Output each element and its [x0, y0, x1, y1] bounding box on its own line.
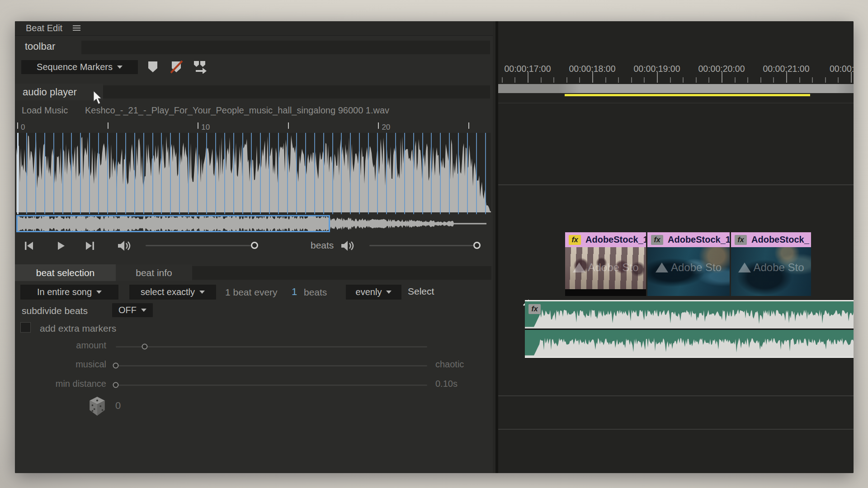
video-clip-1[interactable]: fx AdobeStock_1 Adobe Sto — [565, 232, 646, 296]
watermark-text: Adobe Sto — [753, 261, 804, 274]
musical-label: musical — [24, 359, 106, 370]
marker-target-dropdown[interactable]: Sequence Markers — [21, 60, 138, 74]
play-button[interactable] — [56, 241, 66, 251]
fx-badge[interactable]: fx — [651, 235, 663, 245]
distribution-dropdown[interactable]: evenly — [346, 285, 401, 300]
desktop-background: Beat Edit toolbar Sequence Markers — [0, 0, 868, 488]
amount-label: amount — [24, 340, 106, 351]
track-divider — [498, 103, 854, 103]
timeline-ruler[interactable] — [498, 71, 854, 83]
add-extra-markers-label: add extra markers — [40, 323, 116, 334]
clip-label: AdobeStock_17 — [668, 235, 730, 245]
overview-view-box[interactable] — [16, 215, 330, 232]
tab-beat-info-label: beat info — [116, 267, 192, 278]
video-clip-3[interactable]: fx AdobeStock_ Adobe Sto — [731, 232, 811, 296]
skip-to-end-button[interactable] — [85, 241, 95, 251]
adobe-stock-watermark-logo — [656, 263, 668, 272]
pattern-text-before: 1 beat every — [225, 287, 278, 298]
panel-titlebar: Beat Edit — [15, 21, 493, 36]
min-distance-knob[interactable] — [113, 382, 119, 388]
randomize-dice-icon[interactable] — [89, 397, 106, 416]
skip-to-start-button[interactable] — [24, 241, 34, 251]
music-volume-slider[interactable] — [146, 245, 258, 246]
waveform-time-ruler: 01020 — [16, 122, 491, 133]
beats-volume-knob[interactable] — [473, 242, 481, 249]
clip-label: AdobeStock_ — [751, 235, 809, 245]
min-distance-slider[interactable] — [116, 385, 427, 386]
adobe-stock-watermark-logo — [572, 263, 585, 272]
track-divider — [498, 395, 854, 396]
clip-header: fx AdobeStock_ — [731, 232, 811, 247]
tab-beat-selection[interactable]: beat selection — [15, 264, 116, 281]
premiere-timeline: 00:00:17:00 00:00:18:00 00:00:19:00 00:0… — [495, 21, 854, 473]
marker-target-value: Sequence Markers — [37, 62, 113, 72]
mouse-cursor — [91, 90, 104, 105]
subdivide-value: OFF — [118, 305, 137, 315]
beats-volume-label: beats — [311, 240, 334, 251]
beat-edit-panel: Beat Edit toolbar Sequence Markers — [15, 21, 493, 473]
track-divider — [498, 429, 854, 430]
music-volume-knob[interactable] — [251, 242, 258, 249]
scope-value: In entire song — [37, 287, 92, 297]
distribution-value: evenly — [356, 287, 382, 297]
musical-knob[interactable] — [113, 363, 119, 369]
audio-player-section-strip — [103, 85, 490, 99]
tabs-strip — [192, 266, 491, 280]
track-divider — [498, 184, 854, 185]
random-count-value: 0 — [115, 400, 121, 412]
chevron-down-icon — [386, 291, 392, 294]
tab-beat-info[interactable]: beat info — [116, 264, 192, 281]
amount-slider[interactable] — [116, 346, 427, 347]
tab-beat-selection-label: beat selection — [15, 267, 116, 278]
musical-max-label: chaotic — [435, 359, 464, 370]
audio-clip[interactable]: fx — [525, 300, 854, 358]
min-distance-label: min distance — [24, 379, 106, 389]
adobe-stock-watermark-logo — [738, 263, 750, 272]
beats-volume-speaker-icon[interactable] — [340, 240, 355, 251]
selected-range-bar — [565, 94, 810, 96]
amount-knob[interactable] — [142, 344, 148, 350]
clip-thumbnail: Adobe Sto — [731, 247, 811, 296]
clip-thumbnail: Adobe Sto — [565, 247, 646, 296]
video-clip-2[interactable]: fx AdobeStock_17 Adobe Sto — [647, 232, 730, 296]
clip-label: AdobeStock_1 — [585, 235, 646, 245]
chevron-down-icon — [117, 66, 123, 69]
scope-dropdown[interactable]: In entire song — [20, 285, 118, 300]
watermark-text: Adobe Sto — [588, 261, 638, 274]
load-music-button[interactable]: Load Music — [22, 105, 68, 116]
panel-title: Beat Edit — [26, 23, 62, 33]
chevron-down-icon — [141, 309, 146, 312]
beats-volume-slider[interactable] — [369, 245, 476, 246]
fx-badge[interactable]: fx — [569, 235, 581, 245]
audio-player-section-label: audio player — [23, 86, 77, 98]
clip-header: fx AdobeStock_1 — [565, 232, 646, 247]
pattern-value-hot-text[interactable]: 1 — [292, 286, 297, 298]
select-button[interactable]: Select — [408, 286, 434, 297]
panel-menu-icon[interactable] — [73, 25, 80, 32]
pattern-text-after: beats — [304, 287, 327, 298]
mode-dropdown[interactable]: select exactly — [129, 285, 216, 300]
chevron-down-icon — [96, 291, 102, 294]
waveform-display[interactable] — [16, 133, 491, 212]
clip-header: fx AdobeStock_17 — [647, 232, 730, 247]
subdivide-beats-label: subdivide beats — [22, 305, 88, 316]
add-extra-markers-checkbox[interactable] — [20, 322, 31, 333]
timeline-scrollbar[interactable] — [498, 84, 854, 93]
fx-badge[interactable]: fx — [735, 235, 747, 245]
add-marker-icon[interactable] — [146, 60, 160, 74]
mode-value: select exactly — [141, 287, 195, 297]
loaded-filename: Keshco_-_21_-_Play_For_Your_People_music… — [85, 105, 389, 116]
chevron-down-icon — [199, 291, 205, 294]
toolbar-section-strip — [81, 41, 490, 54]
select-markers-icon[interactable] — [193, 60, 207, 74]
subdivide-dropdown[interactable]: OFF — [112, 303, 153, 317]
musical-slider[interactable] — [116, 365, 427, 366]
app-window: Beat Edit toolbar Sequence Markers — [15, 21, 854, 473]
music-volume-speaker-icon[interactable] — [117, 240, 132, 251]
watermark-text: Adobe Sto — [671, 261, 722, 274]
delete-markers-icon[interactable] — [170, 60, 183, 74]
clip-thumbnail: Adobe Sto — [647, 247, 730, 296]
toolbar-section-label: toolbar — [25, 41, 55, 52]
min-distance-value: 0.10s — [435, 379, 458, 389]
fx-badge[interactable]: fx — [528, 304, 541, 314]
